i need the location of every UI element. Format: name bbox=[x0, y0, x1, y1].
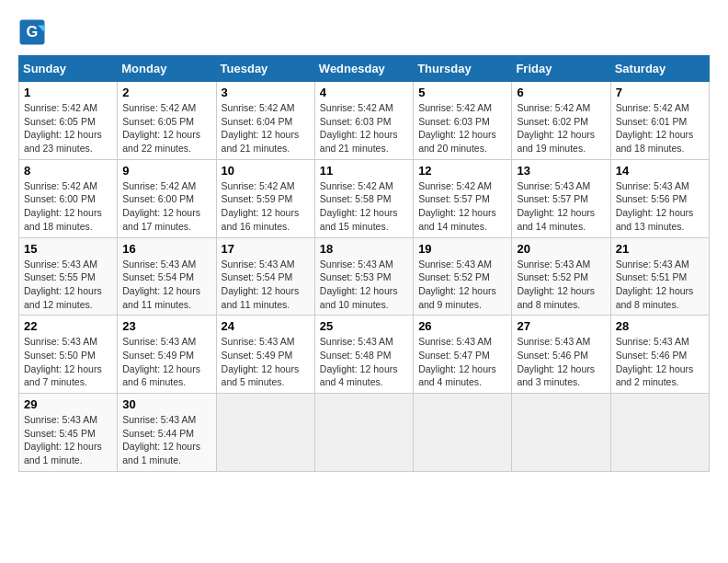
calendar-cell bbox=[610, 394, 709, 472]
calendar-cell: 8Sunrise: 5:42 AMSunset: 6:00 PMDaylight… bbox=[19, 159, 118, 237]
calendar-cell bbox=[314, 394, 413, 472]
calendar-cell: 23Sunrise: 5:43 AMSunset: 5:49 PMDayligh… bbox=[118, 316, 216, 394]
logo-icon: G bbox=[18, 18, 46, 46]
header-tuesday: Tuesday bbox=[216, 56, 314, 82]
header-monday: Monday bbox=[118, 56, 216, 82]
calendar-cell: 19Sunrise: 5:43 AMSunset: 5:52 PMDayligh… bbox=[414, 237, 512, 316]
page-header: G bbox=[18, 18, 710, 46]
calendar-cell: 5Sunrise: 5:42 AMSunset: 6:03 PMDaylight… bbox=[414, 82, 512, 160]
calendar-cell bbox=[512, 394, 610, 472]
calendar-cell: 15Sunrise: 5:43 AMSunset: 5:55 PMDayligh… bbox=[19, 237, 118, 316]
calendar-cell: 14Sunrise: 5:43 AMSunset: 5:56 PMDayligh… bbox=[610, 159, 709, 237]
calendar-cell: 21Sunrise: 5:43 AMSunset: 5:51 PMDayligh… bbox=[610, 237, 709, 316]
calendar-cell: 27Sunrise: 5:43 AMSunset: 5:46 PMDayligh… bbox=[512, 316, 610, 394]
calendar-cell: 2Sunrise: 5:42 AMSunset: 6:05 PMDaylight… bbox=[118, 82, 216, 160]
calendar-cell: 17Sunrise: 5:43 AMSunset: 5:54 PMDayligh… bbox=[216, 237, 314, 316]
calendar-cell: 3Sunrise: 5:42 AMSunset: 6:04 PMDaylight… bbox=[216, 82, 314, 160]
header-wednesday: Wednesday bbox=[314, 56, 413, 82]
calendar-cell: 10Sunrise: 5:42 AMSunset: 5:59 PMDayligh… bbox=[216, 159, 314, 237]
svg-text:G: G bbox=[27, 23, 39, 40]
header-sunday: Sunday bbox=[19, 56, 118, 82]
calendar-cell: 9Sunrise: 5:42 AMSunset: 6:00 PMDaylight… bbox=[118, 159, 216, 237]
calendar-cell: 7Sunrise: 5:42 AMSunset: 6:01 PMDaylight… bbox=[610, 82, 709, 160]
calendar-week-3: 15Sunrise: 5:43 AMSunset: 5:55 PMDayligh… bbox=[19, 237, 710, 316]
header-saturday: Saturday bbox=[610, 56, 709, 82]
header-friday: Friday bbox=[512, 56, 610, 82]
calendar-cell: 30Sunrise: 5:43 AMSunset: 5:44 PMDayligh… bbox=[118, 394, 216, 472]
calendar-week-1: 1Sunrise: 5:42 AMSunset: 6:05 PMDaylight… bbox=[19, 82, 710, 160]
calendar-cell: 12Sunrise: 5:42 AMSunset: 5:57 PMDayligh… bbox=[414, 159, 512, 237]
calendar-header-row: SundayMondayTuesdayWednesdayThursdayFrid… bbox=[19, 56, 710, 82]
header-thursday: Thursday bbox=[414, 56, 512, 82]
calendar-cell: 25Sunrise: 5:43 AMSunset: 5:48 PMDayligh… bbox=[314, 316, 413, 394]
calendar-cell: 22Sunrise: 5:43 AMSunset: 5:50 PMDayligh… bbox=[19, 316, 118, 394]
calendar-week-5: 29Sunrise: 5:43 AMSunset: 5:45 PMDayligh… bbox=[19, 394, 710, 472]
calendar-cell: 4Sunrise: 5:42 AMSunset: 6:03 PMDaylight… bbox=[314, 82, 413, 160]
calendar-cell: 11Sunrise: 5:42 AMSunset: 5:58 PMDayligh… bbox=[314, 159, 413, 237]
calendar-cell: 1Sunrise: 5:42 AMSunset: 6:05 PMDaylight… bbox=[19, 82, 118, 160]
calendar-cell: 26Sunrise: 5:43 AMSunset: 5:47 PMDayligh… bbox=[414, 316, 512, 394]
calendar-table: SundayMondayTuesdayWednesdayThursdayFrid… bbox=[18, 55, 710, 472]
calendar-cell: 24Sunrise: 5:43 AMSunset: 5:49 PMDayligh… bbox=[216, 316, 314, 394]
calendar-cell bbox=[216, 394, 314, 472]
calendar-cell: 29Sunrise: 5:43 AMSunset: 5:45 PMDayligh… bbox=[19, 394, 118, 472]
logo: G bbox=[18, 18, 50, 46]
calendar-cell bbox=[414, 394, 512, 472]
calendar-week-2: 8Sunrise: 5:42 AMSunset: 6:00 PMDaylight… bbox=[19, 159, 710, 237]
calendar-cell: 20Sunrise: 5:43 AMSunset: 5:52 PMDayligh… bbox=[512, 237, 610, 316]
calendar-cell: 13Sunrise: 5:43 AMSunset: 5:57 PMDayligh… bbox=[512, 159, 610, 237]
calendar-cell: 18Sunrise: 5:43 AMSunset: 5:53 PMDayligh… bbox=[314, 237, 413, 316]
calendar-cell: 16Sunrise: 5:43 AMSunset: 5:54 PMDayligh… bbox=[118, 237, 216, 316]
calendar-cell: 28Sunrise: 5:43 AMSunset: 5:46 PMDayligh… bbox=[610, 316, 709, 394]
calendar-week-4: 22Sunrise: 5:43 AMSunset: 5:50 PMDayligh… bbox=[19, 316, 710, 394]
calendar-cell: 6Sunrise: 5:42 AMSunset: 6:02 PMDaylight… bbox=[512, 82, 610, 160]
